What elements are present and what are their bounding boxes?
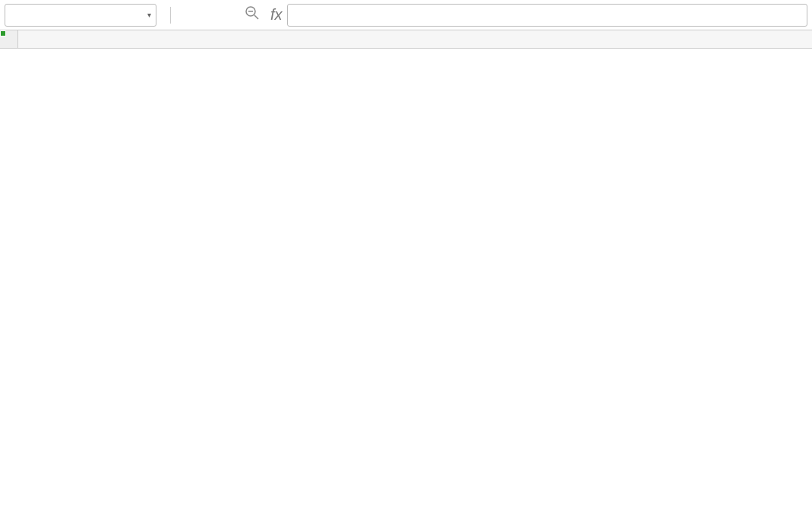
name-box[interactable]: ▾: [5, 4, 156, 27]
fx-controls: fx: [245, 5, 283, 24]
column-header-row: [0, 30, 812, 49]
svg-line-1: [254, 15, 258, 19]
spreadsheet: [0, 30, 812, 49]
dropdown-icon[interactable]: ▾: [147, 11, 151, 19]
formula-input[interactable]: [287, 4, 807, 27]
zoom-out-icon[interactable]: [245, 5, 260, 24]
fill-handle[interactable]: [0, 30, 6, 36]
fx-icon[interactable]: fx: [270, 6, 283, 24]
separator: [161, 7, 179, 24]
formula-bar: ▾ fx: [0, 0, 812, 30]
